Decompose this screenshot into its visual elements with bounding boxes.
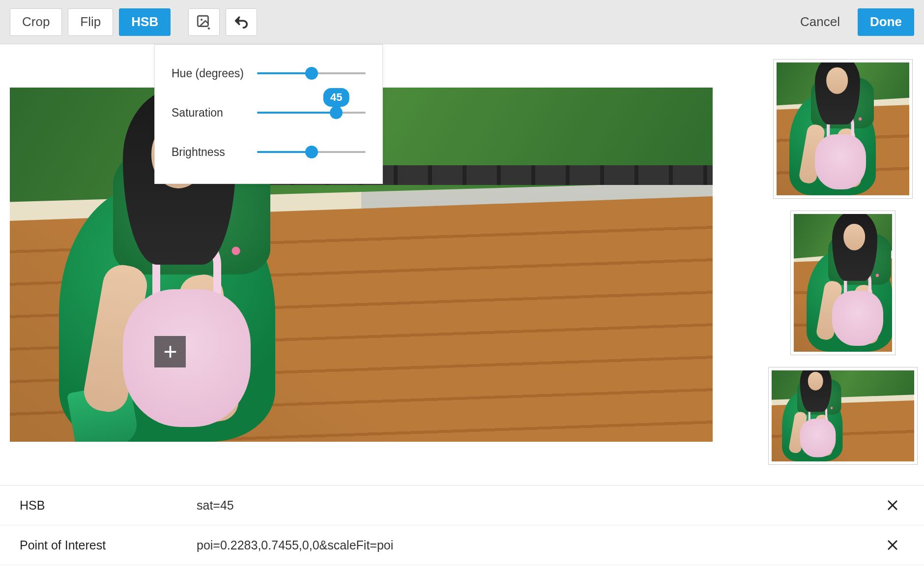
applied-edits-list: HSB sat=45 Point of Interest poi=0.2283,… — [0, 485, 924, 565]
thumbnail-strip — [762, 44, 924, 485]
hue-slider[interactable] — [257, 72, 366, 74]
close-icon — [886, 538, 899, 552]
undo-button[interactable] — [226, 8, 257, 36]
edit-value: sat=45 — [197, 498, 881, 513]
svg-point-1 — [201, 18, 202, 20]
remove-edit-button[interactable] — [881, 496, 904, 514]
brightness-slider-thumb[interactable] — [305, 146, 318, 158]
hue-slider-thumb[interactable] — [305, 67, 318, 80]
thumbnail[interactable] — [773, 59, 913, 199]
hue-slider-row: Hue (degrees) — [172, 59, 366, 88]
saturation-slider-row: Saturation 45 — [172, 98, 366, 127]
editor-toolbar: Crop Flip HSB Cancel Done — [0, 0, 924, 44]
cancel-button[interactable]: Cancel — [788, 8, 852, 36]
hsb-button[interactable]: HSB — [119, 8, 171, 36]
edit-name: HSB — [20, 498, 197, 513]
plus-icon: + — [163, 338, 177, 365]
editor-main: + — [0, 44, 924, 485]
thumbnail[interactable] — [768, 367, 918, 465]
flip-button[interactable]: Flip — [68, 8, 113, 36]
saturation-label: Saturation — [172, 106, 245, 120]
remove-edit-button[interactable] — [881, 536, 904, 554]
brightness-label: Brightness — [172, 146, 245, 159]
undo-icon — [233, 14, 250, 30]
edit-value: poi=0.2283,0.7455,0,0&scaleFit=poi — [197, 538, 881, 552]
hue-label: Hue (degrees) — [172, 67, 245, 80]
edit-name: Point of Interest — [20, 538, 197, 552]
brightness-slider[interactable] — [257, 151, 366, 153]
done-button[interactable]: Done — [858, 8, 914, 36]
edit-row: HSB sat=45 — [0, 486, 924, 525]
edit-row: Point of Interest poi=0.2283,0.7455,0,0&… — [0, 525, 924, 565]
image-edit-icon — [196, 14, 212, 30]
image-edit-button[interactable] — [188, 8, 220, 36]
brightness-slider-row: Brightness — [172, 137, 366, 167]
hsb-popover: Hue (degrees) Saturation 45 Brightness — [154, 44, 383, 184]
saturation-slider[interactable]: 45 — [257, 112, 366, 114]
poi-marker[interactable]: + — [154, 336, 186, 367]
saturation-value-tooltip: 45 — [323, 88, 349, 107]
crop-button[interactable]: Crop — [10, 8, 62, 36]
close-icon — [886, 498, 899, 512]
thumbnail[interactable] — [790, 211, 895, 355]
